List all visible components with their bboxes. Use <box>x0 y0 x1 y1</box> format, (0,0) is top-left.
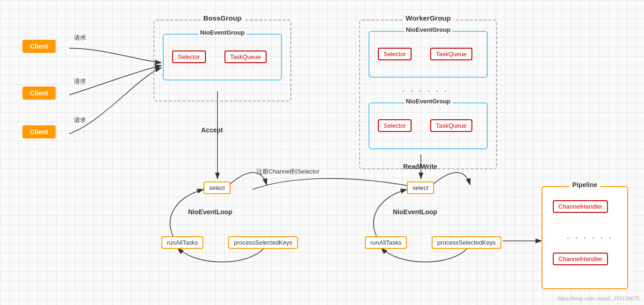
boss-nio-event-group: NioEventGroup Selector TaskQueue <box>163 34 282 80</box>
diagram-canvas: Client Client Client 请求 请求 请求 BossGroup … <box>0 0 644 305</box>
request-label-3: 请求 <box>74 116 86 124</box>
pipeline-dots: · · · · · · <box>567 233 613 243</box>
boss-select-box: select <box>203 182 231 194</box>
worker-run-all-tasks-box: runAllTasks <box>365 236 407 249</box>
worker-selector-box-1: Selector <box>378 48 412 60</box>
worker-nio-event-group-1: NioEventGroup Selector TaskQueue <box>369 31 488 78</box>
boss-process-selected-keys-box: processSelectedKeys <box>228 236 298 249</box>
client-2: Client <box>22 87 56 100</box>
register-channel-label: 注册Channel到Selector <box>256 167 319 176</box>
boss-selector-box: Selector <box>172 51 206 63</box>
request-label-1: 请求 <box>74 34 86 42</box>
watermark: https://blog.csdn.net/p0_375178675 <box>557 296 639 301</box>
client-3: Client <box>22 125 56 138</box>
worker-dots-1: · · · · · · <box>402 86 449 96</box>
worker-event-loop-title: NioEventLoop <box>393 208 437 216</box>
worker-group-title: WorkerGroup <box>403 14 453 22</box>
worker-task-queue-box-1: TaskQueue <box>430 48 472 60</box>
read-write-label: Read/Write <box>403 163 437 170</box>
request-label-2: 请求 <box>74 77 86 86</box>
worker-process-selected-keys-box: processSelectedKeys <box>432 236 501 249</box>
boss-task-queue-box: TaskQueue <box>224 51 267 63</box>
pipeline-channel-handler-2: ChannelHandler <box>553 253 608 265</box>
accept-label: Accept <box>201 126 223 134</box>
pipeline-title: Pipeline <box>570 181 601 189</box>
boss-group-title: BossGroup <box>201 14 245 22</box>
worker-nio-event-group-2-title: NioEventGroup <box>404 98 452 105</box>
worker-nio-event-group-2: NioEventGroup Selector TaskQueue <box>369 102 488 149</box>
worker-nio-event-group-1-title: NioEventGroup <box>404 26 452 33</box>
worker-task-queue-box-2: TaskQueue <box>430 119 472 132</box>
worker-selector-box-2: Selector <box>378 119 412 132</box>
pipeline-container: Pipeline ChannelHandler · · · · · · Chan… <box>542 186 628 289</box>
boss-event-loop-title: NioEventLoop <box>188 208 232 216</box>
pipeline-channel-handler-1: ChannelHandler <box>553 200 608 213</box>
boss-group-container: BossGroup NioEventGroup Selector TaskQue… <box>153 20 291 102</box>
boss-nio-event-group-title: NioEventGroup <box>198 29 246 36</box>
worker-select-box: select <box>407 182 434 194</box>
worker-group-container: WorkerGroup NioEventGroup Selector TaskQ… <box>359 20 497 169</box>
boss-run-all-tasks-box: runAllTasks <box>161 236 203 249</box>
client-1: Client <box>22 40 56 53</box>
